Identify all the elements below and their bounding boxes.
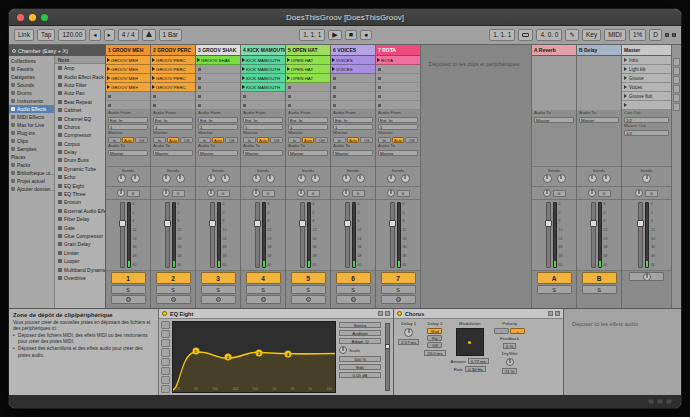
input-channel-chooser[interactable]: 1	[243, 124, 283, 130]
modulation-xy-pad[interactable]	[456, 328, 484, 356]
solo-button[interactable]: S	[336, 285, 371, 294]
dry-wet-knob[interactable]	[506, 358, 514, 366]
clip[interactable]: OPEN HAT	[286, 56, 330, 65]
link-button[interactable]: Link	[14, 29, 34, 41]
track-activator[interactable]: A	[537, 272, 572, 284]
monitor-off-button[interactable]: Off	[270, 137, 283, 143]
input-type-chooser[interactable]: Ext. In	[153, 117, 193, 123]
arm-button[interactable]	[246, 295, 281, 304]
clip[interactable]: GROOV MEH	[106, 83, 150, 92]
empty-clip-slot[interactable]	[286, 101, 330, 110]
scene-play-icon[interactable]	[624, 94, 627, 98]
browser-device-item[interactable]: EQ Eight	[55, 181, 105, 189]
fader-handle[interactable]	[590, 220, 597, 227]
scene-number-box[interactable]	[673, 67, 680, 75]
clip[interactable]: GROOV PERC	[151, 74, 195, 83]
clip-play-icon[interactable]	[242, 85, 245, 89]
browser-device-item[interactable]: Corpus	[55, 140, 105, 148]
volume-value[interactable]: 0	[262, 190, 275, 197]
send-b-knob[interactable]	[221, 174, 230, 183]
browser-device-item[interactable]: Grain Delay	[55, 240, 105, 248]
send-b-knob[interactable]	[356, 174, 365, 183]
loop-button[interactable]	[518, 29, 533, 41]
monitor-off-button[interactable]: Off	[135, 137, 148, 143]
fader-handle[interactable]	[389, 220, 396, 227]
clip[interactable]: GROOV SHAK	[196, 56, 240, 65]
monitor-in-button[interactable]: In	[198, 137, 211, 143]
empty-clip-slot[interactable]	[196, 83, 240, 92]
track-header[interactable]: Master	[622, 45, 671, 56]
key-map-button[interactable]: Key	[582, 29, 601, 41]
scene-play-icon[interactable]	[624, 58, 627, 62]
volume-fader[interactable]	[546, 202, 551, 268]
send-a-knob[interactable]	[543, 174, 552, 183]
clip-play-icon[interactable]	[107, 85, 110, 89]
browser-search[interactable]: Chamber (Easy + X)	[9, 45, 105, 56]
output-chooser[interactable]: Master	[534, 117, 574, 123]
browser-list-header[interactable]: Nom	[55, 56, 105, 64]
clip-play-icon[interactable]	[152, 76, 155, 80]
send-b-knob[interactable]	[266, 174, 275, 183]
monitor-auto-button[interactable]: Auto	[257, 137, 270, 143]
cue-volume-knob[interactable]	[642, 174, 651, 183]
monitor-off-button[interactable]: Off	[315, 137, 328, 143]
volume-value[interactable]: 0	[397, 190, 410, 197]
scene-number-box[interactable]	[673, 85, 680, 93]
tempo-field[interactable]: 120.00	[58, 29, 86, 41]
clip[interactable]: KICK MAMOUTH	[241, 56, 285, 65]
sidebar-item-clips[interactable]: Clips	[9, 137, 54, 145]
monitor-auto-button[interactable]: Auto	[167, 137, 180, 143]
volume-fader[interactable]	[165, 202, 170, 268]
output-chooser[interactable]: Master	[153, 150, 193, 156]
eq-mode-chooser[interactable]: Stereo	[339, 322, 381, 328]
master-out-chooser[interactable]: 1/2	[624, 130, 669, 136]
browser-device-item[interactable]: Beat Repeat	[55, 98, 105, 106]
monitor-auto-button[interactable]: Auto	[122, 137, 135, 143]
clip[interactable]: GROOV MEH	[106, 56, 150, 65]
clip-play-icon[interactable]	[332, 58, 335, 62]
monitor-off-button[interactable]: Off	[225, 137, 238, 143]
solo-button[interactable]: S	[381, 285, 416, 294]
amount-value[interactable]: 0.72 ms	[468, 358, 489, 364]
input-channel-chooser[interactable]: 1	[333, 124, 373, 130]
sidebar-item-samples[interactable]: Samples	[9, 145, 54, 153]
track-activator[interactable]: 5	[291, 272, 326, 284]
clip-play-icon[interactable]	[197, 58, 200, 62]
sidebar-item-max-for-live[interactable]: Max for Live	[9, 121, 54, 129]
tap-tempo-button[interactable]: Tap	[37, 29, 55, 41]
clip[interactable]: KICK MAMOUTH	[241, 74, 285, 83]
volume-fader[interactable]	[390, 202, 395, 268]
output-chooser[interactable]: Master	[378, 150, 418, 156]
browser-device-item[interactable]: EQ Three	[55, 190, 105, 198]
scene-play-icon[interactable]	[624, 76, 627, 80]
scene-slot[interactable]: Groove fluit	[622, 92, 671, 101]
empty-clip-slot[interactable]	[196, 101, 240, 110]
monitor-auto-button[interactable]: Auto	[212, 137, 225, 143]
midi-map-button[interactable]: MIDI	[604, 29, 626, 41]
monitor-in-button[interactable]: In	[333, 137, 346, 143]
browser-device-item[interactable]: Glue Compressor	[55, 232, 105, 240]
eq-gain-value[interactable]: 0.05 dB	[339, 372, 381, 378]
send-a-knob[interactable]	[117, 174, 126, 183]
delay1-knob[interactable]	[404, 328, 413, 337]
eq-output-gain-slider[interactable]	[385, 323, 390, 391]
eq-adapt-q-button[interactable]: Adapt. Q	[339, 338, 381, 344]
fader-handle[interactable]	[344, 220, 351, 227]
clip-play-icon[interactable]	[377, 58, 380, 62]
clip[interactable]: OPEN HAT	[286, 65, 330, 74]
send-a-knob[interactable]	[297, 174, 306, 183]
fader-handle[interactable]	[209, 220, 216, 227]
chorus-header[interactable]: Chorus	[394, 309, 563, 319]
delay2-mod-button[interactable]: Mod	[427, 328, 442, 334]
output-chooser[interactable]: Master	[333, 150, 373, 156]
browser-device-item[interactable]: Drum Buss	[55, 156, 105, 164]
eq-display[interactable]: 1234 20501002005001k2k5k10k	[172, 321, 336, 393]
save-preset-icon[interactable]	[385, 311, 390, 316]
browser-device-item[interactable]: Auto Filter	[55, 81, 105, 89]
clip-play-icon[interactable]	[287, 76, 290, 80]
monitor-in-button[interactable]: In	[378, 137, 391, 143]
volume-value[interactable]: 0	[598, 190, 611, 197]
arm-button[interactable]	[111, 295, 146, 304]
volume-fader[interactable]	[591, 202, 596, 268]
empty-clip-slot[interactable]	[376, 101, 420, 110]
